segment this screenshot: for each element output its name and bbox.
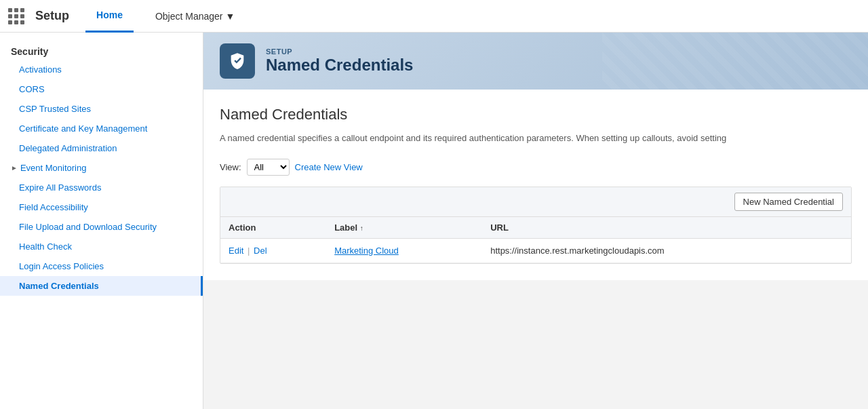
row-actions: Edit | Del [220,238,326,262]
col-action: Action [220,217,326,239]
view-bar: View: All Create New View [220,159,852,176]
table-row: Edit | Del Marketing Cloud https://insta… [220,238,851,262]
row-label: Marketing Cloud [326,238,482,262]
view-label: View: [220,162,241,172]
action-separator: | [248,246,252,256]
page-layout: Security Activations CORS CSP Trusted Si… [0,33,868,409]
sidebar-section-header: Security [0,41,203,60]
page-header-title: Named Credentials [266,56,413,75]
credentials-table: Action Label ↑ URL [220,217,851,263]
content-title: Named Credentials [220,106,852,123]
page-icon [220,43,255,79]
col-url: URL [482,217,851,239]
chevron-right-icon: ► [11,164,18,172]
new-named-credential-button[interactable]: New Named Credential [734,193,843,211]
table-header-row: Action Label ↑ URL [220,217,851,239]
sidebar-item-event-monitoring[interactable]: ► Event Monitoring [0,158,203,178]
sidebar-item-expire-passwords[interactable]: Expire All Passwords [0,178,203,197]
content-area: Named Credentials A named credential spe… [203,90,868,280]
sidebar-item-named-credentials[interactable]: Named Credentials [0,276,203,296]
sidebar-item-activations[interactable]: Activations [0,60,203,79]
edit-link[interactable]: Edit [229,246,243,256]
row-url: https://instance.rest.marketingcloudapis… [482,238,851,262]
setup-label: SETUP [266,47,413,56]
app-name: Setup [35,9,69,23]
chevron-down-icon: ▼ [226,11,235,22]
content-description: A named credential specifies a callout e… [220,132,852,145]
page-header-text: SETUP Named Credentials [266,47,413,75]
main-content: SETUP Named Credentials Named Credential… [203,33,868,409]
del-link[interactable]: Del [254,246,267,256]
sidebar-item-csp-trusted-sites[interactable]: CSP Trusted Sites [0,99,203,119]
sidebar-item-field-accessibility[interactable]: Field Accessibility [0,197,203,217]
credentials-table-wrapper: New Named Credential Action Label ↑ [220,187,852,264]
sidebar-item-certificate-key[interactable]: Certificate and Key Management [0,119,203,138]
tab-object-manager[interactable]: Object Manager ▼ [144,0,245,33]
create-new-view-link[interactable]: Create New View [295,162,363,172]
credential-label-link[interactable]: Marketing Cloud [334,246,399,256]
col-label: Label ↑ [326,217,482,239]
tab-home[interactable]: Home [85,0,134,33]
sidebar: Security Activations CORS CSP Trusted Si… [0,33,203,409]
page-header: SETUP Named Credentials [203,33,868,90]
table-toolbar: New Named Credential [220,187,851,217]
sidebar-item-health-check[interactable]: Health Check [0,237,203,256]
sidebar-item-cors[interactable]: CORS [0,79,203,99]
view-select[interactable]: All [247,159,290,176]
top-navigation: Setup Home Object Manager ▼ [0,0,868,33]
sidebar-item-login-access[interactable]: Login Access Policies [0,256,203,276]
shield-icon [228,52,247,71]
app-launcher-icon[interactable] [8,8,24,24]
sort-arrow-icon: ↑ [360,225,363,232]
sidebar-item-delegated-admin[interactable]: Delegated Administration [0,138,203,158]
sidebar-item-file-upload[interactable]: File Upload and Download Security [0,217,203,237]
